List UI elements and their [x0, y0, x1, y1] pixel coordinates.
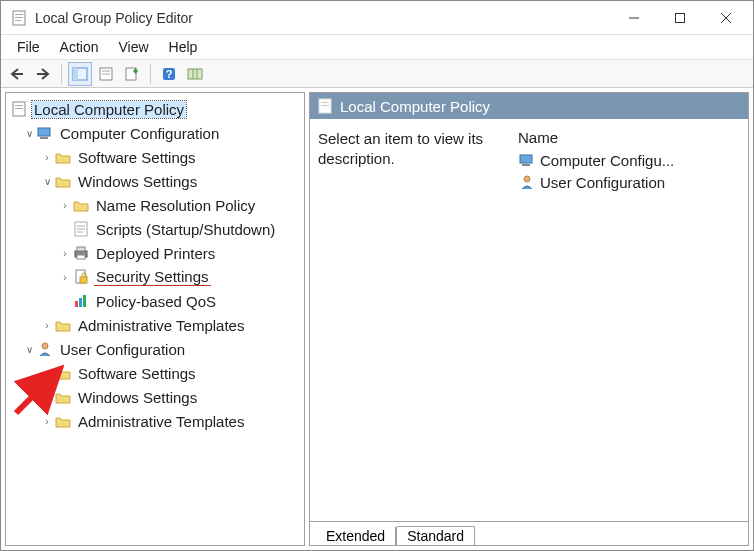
tree-deployed-printers[interactable]: › Deployed Printers: [8, 241, 302, 265]
tree-label: Administrative Templates: [76, 317, 246, 334]
svg-rect-11: [73, 68, 78, 80]
user-icon: [518, 174, 536, 190]
details-tabs: Extended Standard: [310, 521, 748, 545]
menu-view[interactable]: View: [108, 37, 158, 57]
svg-rect-21: [15, 108, 23, 109]
chevron-right-icon[interactable]: ›: [58, 199, 72, 211]
policy-icon: [316, 98, 334, 114]
svg-rect-1: [15, 14, 23, 15]
export-button[interactable]: [120, 62, 144, 86]
svg-point-42: [524, 176, 530, 182]
printer-icon: [72, 245, 90, 261]
tab-extended[interactable]: Extended: [316, 527, 396, 545]
chevron-down-icon[interactable]: ∨: [22, 343, 36, 355]
tree-label: Windows Settings: [76, 389, 199, 406]
tree-user-windows-settings[interactable]: › Windows Settings: [8, 385, 302, 409]
tree-policy-qos[interactable]: Policy-based QoS: [8, 289, 302, 313]
tree-label: Software Settings: [76, 365, 198, 382]
chevron-right-icon[interactable]: ›: [40, 367, 54, 379]
tree-label: Security Settings: [94, 268, 211, 286]
tree-security-settings[interactable]: › Security Settings: [8, 265, 302, 289]
list-item-label: User Configuration: [540, 174, 665, 191]
menu-file[interactable]: File: [7, 37, 50, 57]
svg-rect-20: [15, 105, 23, 106]
tree-name-resolution-policy[interactable]: › Name Resolution Policy: [8, 193, 302, 217]
menu-action[interactable]: Action: [50, 37, 109, 57]
chevron-right-icon[interactable]: ›: [40, 319, 54, 331]
tree-user-config[interactable]: ∨ User Configuration: [8, 337, 302, 361]
chevron-right-icon[interactable]: ›: [40, 415, 54, 427]
details-body: Select an item to view its description. …: [310, 119, 748, 521]
chevron-right-icon[interactable]: ›: [40, 391, 54, 403]
chevron-right-icon[interactable]: ›: [40, 151, 54, 163]
help-button[interactable]: ?: [157, 62, 181, 86]
svg-point-36: [42, 343, 48, 349]
tree-admin-templates[interactable]: › Administrative Templates: [8, 313, 302, 337]
tree-label: User Configuration: [58, 341, 187, 358]
filter-button[interactable]: [183, 62, 207, 86]
tree-root[interactable]: Local Computer Policy: [8, 97, 302, 121]
tree-label: Windows Settings: [76, 173, 199, 190]
folder-icon: [54, 173, 72, 189]
svg-rect-41: [522, 164, 530, 166]
tree-label: Deployed Printers: [94, 245, 217, 262]
svg-rect-40: [520, 155, 532, 163]
details-header: Local Computer Policy: [310, 93, 748, 119]
titlebar: Local Group Policy Editor: [1, 1, 753, 35]
maximize-button[interactable]: [657, 2, 703, 34]
minimize-button[interactable]: [611, 2, 657, 34]
toolbar-separator: [150, 64, 151, 84]
computer-icon: [36, 125, 54, 141]
tree-user-software-settings[interactable]: › Software Settings: [8, 361, 302, 385]
folder-icon: [54, 413, 72, 429]
policy-icon: [10, 101, 28, 117]
window-controls: [611, 2, 749, 34]
folder-icon: [54, 149, 72, 165]
content-area: Local Computer Policy ∨ Computer Configu…: [1, 88, 753, 550]
tree-label: Name Resolution Policy: [94, 197, 257, 214]
svg-rect-3: [15, 20, 21, 21]
chevron-down-icon[interactable]: ∨: [40, 175, 54, 187]
folder-icon: [54, 389, 72, 405]
security-icon: [72, 269, 90, 285]
tree-software-settings[interactable]: › Software Settings: [8, 145, 302, 169]
script-icon: [72, 221, 90, 237]
svg-rect-39: [321, 105, 329, 106]
app-icon: [11, 10, 27, 26]
svg-rect-32: [80, 277, 87, 283]
close-button[interactable]: [703, 2, 749, 34]
chevron-right-icon[interactable]: ›: [58, 247, 72, 259]
properties-button[interactable]: [94, 62, 118, 86]
list-item[interactable]: Computer Configu...: [518, 149, 740, 171]
chevron-down-icon[interactable]: ∨: [22, 127, 36, 139]
back-button[interactable]: [5, 62, 29, 86]
tree-user-admin-templates[interactable]: › Administrative Templates: [8, 409, 302, 433]
tree-label: Policy-based QoS: [94, 293, 218, 310]
tree-label: Software Settings: [76, 149, 198, 166]
tree-windows-settings[interactable]: ∨ Windows Settings: [8, 169, 302, 193]
tree-computer-config[interactable]: ∨ Computer Configuration: [8, 121, 302, 145]
menu-help[interactable]: Help: [159, 37, 208, 57]
folder-icon: [54, 365, 72, 381]
list-item[interactable]: User Configuration: [518, 171, 740, 193]
svg-rect-23: [40, 137, 48, 139]
details-list: Name Computer Configu... User Configurat…: [518, 129, 740, 517]
window-title: Local Group Policy Editor: [35, 10, 611, 26]
svg-rect-2: [15, 17, 23, 18]
tree-label: Computer Configuration: [58, 125, 221, 142]
forward-button[interactable]: [31, 62, 55, 86]
show-tree-button[interactable]: [68, 62, 92, 86]
folder-icon: [72, 197, 90, 213]
svg-rect-22: [38, 128, 50, 136]
chevron-right-icon[interactable]: ›: [58, 271, 72, 283]
tree-pane: Local Computer Policy ∨ Computer Configu…: [5, 92, 305, 546]
column-header-name[interactable]: Name: [518, 129, 740, 149]
svg-text:?: ?: [166, 68, 173, 80]
svg-rect-34: [79, 298, 82, 307]
details-pane: Local Computer Policy Select an item to …: [309, 92, 749, 546]
tree-scripts[interactable]: Scripts (Startup/Shutdown): [8, 217, 302, 241]
tab-standard[interactable]: Standard: [396, 526, 475, 545]
svg-rect-33: [75, 301, 78, 307]
svg-rect-5: [676, 13, 685, 22]
computer-icon: [518, 152, 536, 168]
